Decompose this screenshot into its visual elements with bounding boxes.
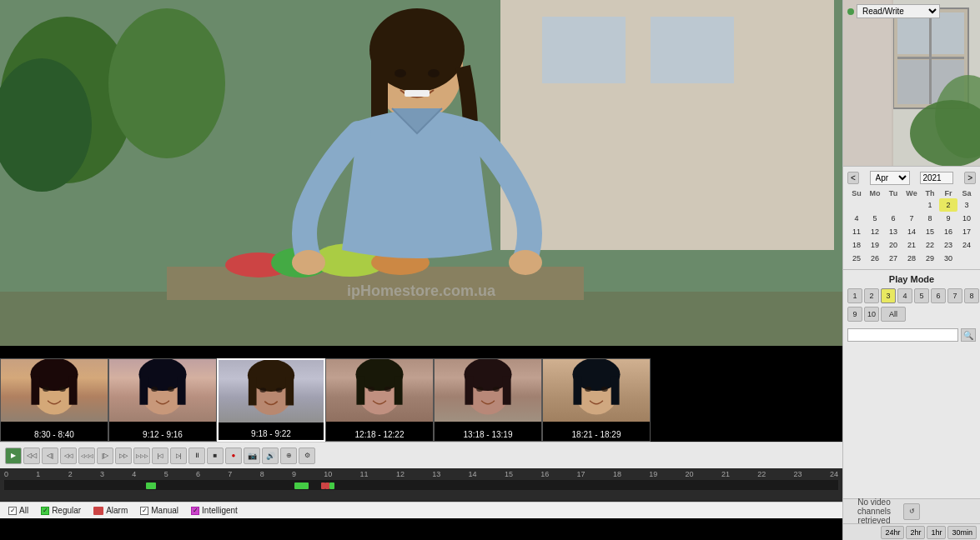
- fast-back-button[interactable]: ◁◁◁: [78, 448, 95, 464]
- cal-next-button[interactable]: >: [964, 172, 976, 184]
- play-button[interactable]: ▶: [5, 448, 22, 464]
- legend-intelligent[interactable]: ✓ Intelligent: [191, 506, 238, 515]
- timeline-label: 14: [469, 470, 477, 478]
- manual-checkbox[interactable]: ✓: [140, 507, 148, 515]
- play-mode-btn-5[interactable]: 5: [914, 288, 929, 303]
- cal-day-cell[interactable]: 10: [957, 212, 976, 225]
- 1hr-button[interactable]: 1hr: [927, 526, 946, 539]
- prev-clip-button[interactable]: |◁: [152, 448, 168, 464]
- timeline-label: 11: [360, 470, 369, 478]
- cal-day-cell[interactable]: 23: [939, 238, 957, 252]
- prev-frame-button[interactable]: ◁|: [42, 448, 58, 464]
- cal-day-header: Mo: [866, 188, 884, 198]
- cal-day-cell[interactable]: 15: [921, 225, 939, 238]
- pause-button[interactable]: ⏸: [188, 448, 205, 464]
- legend-manual[interactable]: ✓ Manual: [140, 506, 178, 515]
- cal-day-cell[interactable]: 26: [866, 252, 884, 265]
- intelligent-checkbox[interactable]: ✓: [191, 507, 199, 515]
- play-mode-btn-10[interactable]: 10: [864, 307, 879, 322]
- play-mode-btn-1[interactable]: 1: [847, 288, 862, 303]
- cal-day-cell[interactable]: 14: [902, 225, 921, 238]
- audio-button[interactable]: 🔊: [262, 448, 279, 464]
- play-mode-btn-2[interactable]: 2: [864, 288, 879, 303]
- cal-day-cell[interactable]: 18: [847, 238, 866, 252]
- step-fwd-button[interactable]: |▷: [97, 448, 113, 464]
- cal-day-cell[interactable]: 6: [884, 212, 902, 225]
- cal-day-cell[interactable]: 29: [921, 252, 939, 265]
- play-mode-btn-4[interactable]: 4: [897, 288, 912, 303]
- cal-day-cell[interactable]: 8: [921, 212, 939, 225]
- fast-fwd-button[interactable]: ▷▷▷: [133, 448, 150, 464]
- cal-day-cell[interactable]: 13: [884, 225, 902, 238]
- thumbnail-item[interactable]: 9:12 - 9:16: [108, 358, 217, 442]
- 30min-button[interactable]: 30min: [947, 526, 977, 539]
- thumbnail-item[interactable]: 18:21 - 18:29: [542, 358, 651, 442]
- more-button[interactable]: ⊕: [280, 448, 297, 464]
- timeline-label: 10: [324, 470, 332, 478]
- cal-day-cell[interactable]: 27: [884, 252, 902, 265]
- stop-button[interactable]: ■: [207, 448, 224, 464]
- cal-day-cell[interactable]: 1: [921, 198, 939, 212]
- timeline[interactable]: 0123456789101112131415161718192021222324: [0, 468, 842, 502]
- rw-select[interactable]: Read/Write: [857, 4, 940, 18]
- play-mode-btn-7[interactable]: 7: [947, 288, 962, 303]
- regular-checkbox[interactable]: ✓: [41, 507, 49, 515]
- legend-regular[interactable]: ✓ Regular: [41, 506, 81, 515]
- config-button[interactable]: ⚙: [299, 448, 315, 464]
- cal-day-cell[interactable]: 11: [847, 225, 866, 238]
- thumbnail-item[interactable]: 13:18 - 13:19: [434, 358, 542, 442]
- cal-prev-button[interactable]: <: [847, 172, 859, 184]
- prev-button[interactable]: ◁◁: [23, 448, 40, 464]
- cal-day-cell[interactable]: 21: [902, 238, 921, 252]
- cal-day-cell[interactable]: 4: [847, 212, 866, 225]
- cal-day-cell[interactable]: 17: [957, 225, 976, 238]
- legend-alarm[interactable]: Alarm: [93, 506, 128, 515]
- thumbnail-item[interactable]: 8:30 - 8:40: [0, 358, 108, 442]
- play-mode-search-input[interactable]: [847, 328, 958, 342]
- cal-day-cell[interactable]: 12: [866, 225, 884, 238]
- calendar-body[interactable]: 1234567891011121314151617181920212223242…: [847, 198, 976, 265]
- play-mode-btn-6[interactable]: 6: [931, 288, 946, 303]
- cal-day-cell[interactable]: 20: [884, 238, 902, 252]
- play-mode-btn-9[interactable]: 9: [847, 307, 862, 322]
- cal-day-cell[interactable]: 19: [866, 238, 884, 252]
- cal-year-input[interactable]: [920, 172, 953, 184]
- play-mode-search-button[interactable]: 🔍: [961, 328, 976, 342]
- slow-fwd-button[interactable]: ▷▷: [115, 448, 132, 464]
- cal-day-cell[interactable]: 25: [847, 252, 866, 265]
- all-checkbox[interactable]: ✓: [8, 507, 17, 515]
- cal-day-cell[interactable]: 22: [921, 238, 939, 252]
- thumbnail-item[interactable]: 12:18 - 12:22: [325, 358, 434, 442]
- cal-day-cell[interactable]: 24: [957, 238, 976, 252]
- cal-day-cell[interactable]: 3: [957, 198, 976, 212]
- svg-point-44: [384, 387, 391, 392]
- play-mode-all-button[interactable]: All: [881, 307, 906, 322]
- play-mode-btn-8[interactable]: 8: [964, 288, 979, 303]
- cal-day-cell[interactable]: 28: [902, 252, 921, 265]
- playback-controls: ▶ ◁◁ ◁| ◁◁ ◁◁◁ |▷ ▷▷ ▷▷▷ |◁ ▷| ⏸ ■ ● 📷 🔊…: [0, 442, 842, 468]
- play-mode-btn-3[interactable]: 3: [881, 288, 896, 303]
- cal-day-header: Th: [921, 188, 939, 198]
- no-video-message: No video channels retrieved: [850, 498, 898, 525]
- record-button[interactable]: ●: [225, 448, 242, 464]
- slow-back-button[interactable]: ◁◁: [60, 448, 77, 464]
- thumbnail-item[interactable]: 9:18 - 9:22: [217, 358, 325, 442]
- events-track[interactable]: [4, 480, 838, 490]
- play-mode-title: Play Mode: [847, 274, 976, 284]
- cal-day-cell[interactable]: 2: [939, 198, 957, 212]
- svg-rect-29: [139, 376, 148, 404]
- cal-day-cell[interactable]: 9: [939, 212, 957, 225]
- snapshot-button[interactable]: 📷: [244, 448, 260, 464]
- cal-day-cell[interactable]: 16: [939, 225, 957, 238]
- cal-day-cell[interactable]: 30: [939, 252, 957, 265]
- refresh-button[interactable]: ↺: [903, 503, 920, 520]
- legend-all[interactable]: ✓ All: [8, 506, 28, 515]
- cal-day-cell[interactable]: 7: [902, 212, 921, 225]
- 24hr-button[interactable]: 24hr: [881, 526, 904, 539]
- cal-day-cell[interactable]: 5: [866, 212, 884, 225]
- svg-rect-64: [843, 0, 892, 167]
- rw-dropdown[interactable]: Read/Write: [847, 4, 976, 18]
- next-clip-button[interactable]: ▷|: [170, 448, 187, 464]
- 2hr-button[interactable]: 2hr: [906, 526, 925, 539]
- cal-month-select[interactable]: JanFebMarAprMayJunJulAugSepOctNovDec: [870, 171, 910, 185]
